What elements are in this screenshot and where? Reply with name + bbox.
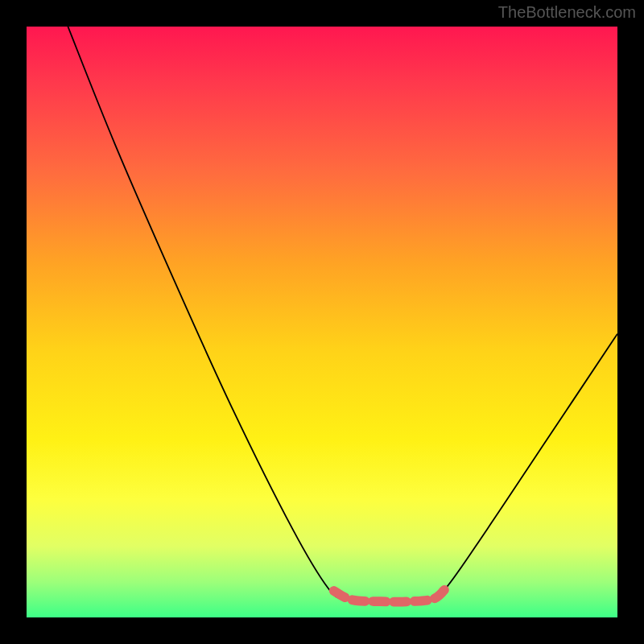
plot-area (27, 27, 617, 617)
chart-svg (27, 27, 617, 617)
main-curve (68, 27, 617, 603)
attribution-text: TheBottleneck.com (498, 3, 636, 22)
bottom-marker (334, 588, 446, 601)
